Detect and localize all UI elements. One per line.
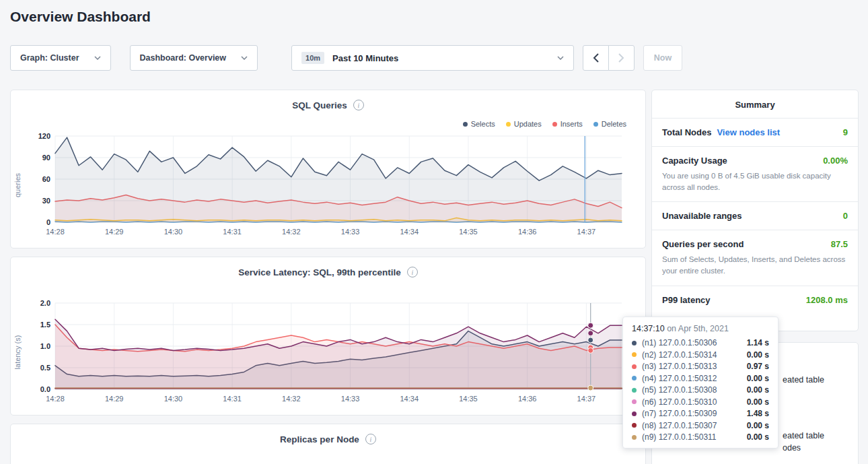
tooltip-node-value: 0.00 s xyxy=(747,350,769,360)
sql-queries-title: SQL Queries i xyxy=(11,100,645,110)
tooltip-node-value: 0.00 s xyxy=(747,432,769,442)
tooltip-node-value: 0.00 s xyxy=(747,385,769,395)
tooltip-row: (n4) 127.0.0.1:503120.00 s xyxy=(632,374,769,383)
svg-text:1.0: 1.0 xyxy=(40,342,50,350)
tooltip-node-value: 1.48 s xyxy=(747,409,769,418)
legend-color-dot xyxy=(463,122,468,127)
tooltip-row: (n8) 127.0.0.1:503070.00 s xyxy=(632,421,769,430)
legend-color-dot xyxy=(552,122,557,127)
time-range-selector[interactable]: 10m Past 10 Minutes xyxy=(291,45,574,71)
tooltip-node-label: (n6) 127.0.0.1:50310 xyxy=(642,397,717,407)
tooltip-node-label: (n8) 127.0.0.1:50307 xyxy=(642,421,717,430)
info-icon[interactable]: i xyxy=(365,434,376,444)
capacity-label: Capacity Usage xyxy=(662,156,727,166)
svg-text:30: 30 xyxy=(42,197,50,205)
tooltip-node-label: (n3) 127.0.0.1:50313 xyxy=(642,362,717,371)
svg-text:2.0: 2.0 xyxy=(40,299,50,307)
svg-text:14:34: 14:34 xyxy=(400,395,419,403)
svg-text:14:29: 14:29 xyxy=(105,395,124,403)
tooltip-node-value: 0.00 s xyxy=(747,374,769,383)
dashboard-dropdown[interactable]: Dashboard: Overview xyxy=(130,45,258,71)
tooltip-node-label: (n2) 127.0.0.1:50314 xyxy=(642,350,717,360)
chevron-down-icon xyxy=(94,56,101,60)
chart-title-text: SQL Queries xyxy=(292,100,347,110)
tooltip-row: (n5) 127.0.0.1:503080.00 s xyxy=(632,385,769,395)
series-color-dot xyxy=(632,435,637,440)
qps-label: Queries per second xyxy=(662,239,744,249)
tooltip-node-label: (n1) 127.0.0.1:50306 xyxy=(642,338,717,347)
service-latency-title: Service Latency: SQL, 99th percentile i xyxy=(11,267,645,277)
svg-text:14:34: 14:34 xyxy=(400,228,419,236)
svg-text:120: 120 xyxy=(38,132,50,140)
svg-text:14:30: 14:30 xyxy=(164,395,183,403)
svg-text:14:37: 14:37 xyxy=(577,395,596,403)
svg-text:14:36: 14:36 xyxy=(518,228,537,236)
tooltip-row: (n2) 127.0.0.1:503140.00 s xyxy=(632,350,769,360)
legend-color-dot xyxy=(506,122,511,127)
legend-item-selects[interactable]: Selects xyxy=(463,120,495,128)
tooltip-node-value: 1.14 s xyxy=(747,338,769,347)
replicas-title: Replicas per Node i xyxy=(11,434,645,444)
chevron-down-icon xyxy=(557,56,564,60)
service-latency-card: Service Latency: SQL, 99th percentile i … xyxy=(10,257,646,416)
tooltip-row: (n1) 127.0.0.1:503061.14 s xyxy=(632,338,769,347)
tooltip-row: (n3) 127.0.0.1:503130.97 s xyxy=(632,362,769,371)
summary-capacity-row: Capacity Usage 0.00% You are using 0 B o… xyxy=(652,147,858,202)
svg-text:0.0: 0.0 xyxy=(40,385,50,393)
sql-queries-card: SQL Queries i SelectsUpdatesInsertsDelet… xyxy=(10,90,646,248)
event-text-fragment: eated table xyxy=(783,375,824,385)
svg-text:14:28: 14:28 xyxy=(46,395,65,403)
tooltip-row: (n7) 127.0.0.1:503091.48 s xyxy=(632,409,769,418)
info-icon[interactable]: i xyxy=(407,267,418,277)
legend-item-updates[interactable]: Updates xyxy=(506,120,542,128)
total-nodes-label: Total Nodes xyxy=(662,127,711,137)
now-button[interactable]: Now xyxy=(643,45,682,71)
svg-text:14:31: 14:31 xyxy=(223,228,242,236)
chart-title-text: Service Latency: SQL, 99th percentile xyxy=(238,267,401,277)
tooltip-date: on Apr 5th, 2021 xyxy=(667,324,729,333)
summary-p99-row: P99 latency 1208.0 ms xyxy=(652,286,858,314)
service-latency-chart[interactable]: 14:2814:2914:3014:3114:3214:3314:3414:35… xyxy=(24,296,630,411)
event-text-fragment: odes xyxy=(783,443,801,453)
tooltip-node-value: 0.00 s xyxy=(747,421,769,430)
capacity-description: You are using 0 B of 4.5 GiB usable disk… xyxy=(662,170,848,193)
sql-legend: SelectsUpdatesInsertsDeletes xyxy=(463,120,626,128)
legend-item-inserts[interactable]: Inserts xyxy=(552,120,583,128)
summary-total-nodes-row: Total Nodes View nodes list 9 xyxy=(652,119,858,147)
tooltip-node-value: 0.97 s xyxy=(747,362,769,371)
time-next-button[interactable] xyxy=(608,45,635,71)
graph-dropdown[interactable]: Graph: Cluster xyxy=(10,45,111,71)
svg-text:14:28: 14:28 xyxy=(46,228,65,236)
overview-dashboard-page: Overview Dashboard Graph: Cluster Dashbo… xyxy=(0,0,868,464)
legend-item-deletes[interactable]: Deletes xyxy=(593,120,626,128)
svg-text:0: 0 xyxy=(46,218,50,226)
tooltip-node-label: (n5) 127.0.0.1:50308 xyxy=(642,385,717,395)
series-color-dot xyxy=(632,364,637,369)
legend-color-dot xyxy=(593,122,598,127)
series-color-dot xyxy=(632,411,637,416)
time-nav-group xyxy=(583,45,635,71)
y-axis-label: latency (s) xyxy=(13,329,22,376)
p99-latency-label: P99 latency xyxy=(662,295,711,305)
svg-text:14:35: 14:35 xyxy=(459,395,478,403)
sql-queries-chart[interactable]: 14:2814:2914:3014:3114:3214:3314:3414:35… xyxy=(24,129,630,244)
tooltip-row: (n6) 127.0.0.1:503100.00 s xyxy=(632,397,769,407)
info-icon[interactable]: i xyxy=(353,100,364,110)
series-color-dot xyxy=(632,423,637,428)
series-color-dot xyxy=(632,341,637,345)
summary-unavailable-row: Unavailable ranges 0 xyxy=(652,202,858,230)
legend-label: Selects xyxy=(471,120,495,128)
svg-text:14:33: 14:33 xyxy=(341,228,360,236)
dashboard-dropdown-label: Dashboard: Overview xyxy=(140,53,227,63)
qps-description: Sum of Selects, Updates, Inserts, and De… xyxy=(662,254,848,276)
time-prev-button[interactable] xyxy=(583,45,609,71)
unavailable-ranges-value: 0 xyxy=(843,211,848,221)
p99-latency-value: 1208.0 ms xyxy=(806,295,848,305)
chevron-right-icon xyxy=(618,53,624,63)
chart-title-text: Replicas per Node xyxy=(280,434,359,444)
view-nodes-list-link[interactable]: View nodes list xyxy=(717,127,780,137)
chevron-left-icon xyxy=(593,53,599,63)
svg-text:90: 90 xyxy=(42,154,50,162)
tooltip-header: 14:37:10 on Apr 5th, 2021 xyxy=(632,324,769,333)
replicas-per-node-card: Replicas per Node i xyxy=(10,424,646,464)
